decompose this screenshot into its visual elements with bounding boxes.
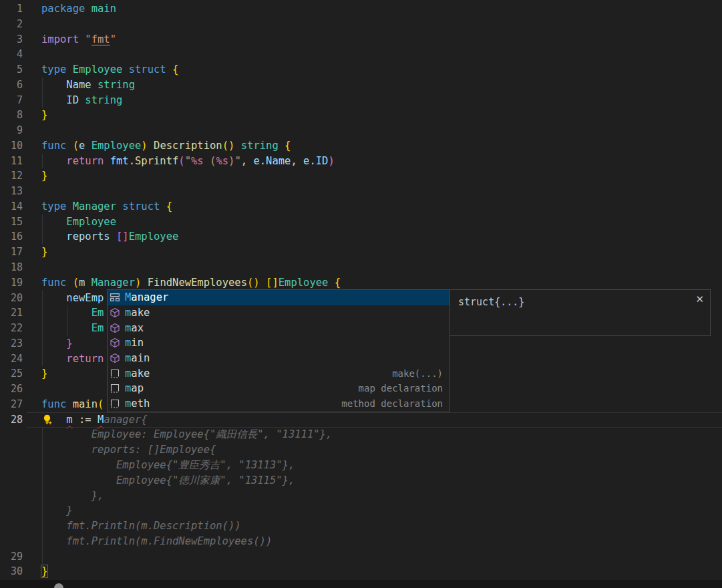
token: }, [41, 490, 104, 502]
suggest-item-Manager[interactable]: Manager [108, 290, 449, 305]
token: () [247, 277, 260, 289]
token: func [41, 398, 66, 410]
token: ( [178, 155, 184, 167]
ghost-line[interactable]: } [0, 503, 722, 519]
suggest-item-map[interactable]: mapmap declaration [108, 381, 449, 396]
token: ( [73, 140, 79, 152]
code-line[interactable]: 9 [0, 123, 722, 138]
suggest-item-make[interactable]: makemake(...) [108, 365, 449, 381]
suggest-item-max[interactable]: max [108, 320, 449, 335]
token: string [98, 79, 135, 91]
line-number[interactable]: 3 [0, 32, 23, 47]
code-line[interactable]: 5type Employee struct { [0, 62, 722, 78]
code-line[interactable]: 8} [0, 108, 722, 123]
ghost-line[interactable]: fmt.Println(m.Description()) [0, 519, 722, 534]
code-line[interactable]: 15 Employee [0, 214, 722, 230]
token [141, 277, 147, 289]
token: , [241, 155, 254, 167]
token: Manager [73, 200, 116, 212]
line-number[interactable]: 23 [0, 336, 23, 351]
code-line[interactable]: 13 [0, 184, 722, 199]
line-number[interactable]: 19 [0, 275, 23, 291]
suggest-item-main[interactable]: main [108, 351, 449, 366]
line-number[interactable]: 20 [0, 291, 23, 306]
code-line[interactable]: 28 m := Manager{ [0, 412, 722, 428]
code-line[interactable]: 7 ID string [0, 93, 722, 108]
line-number[interactable]: 6 [0, 78, 23, 93]
ghost-line[interactable]: fmt.Println(m.FindNewEmployees()) [0, 534, 722, 549]
token [41, 322, 92, 334]
code-line[interactable]: 10func (e Employee) Description() string… [0, 138, 722, 154]
code-line[interactable]: 30} [0, 564, 722, 579]
token: ID [66, 94, 79, 106]
line-number[interactable]: 12 [0, 168, 23, 184]
code-line[interactable]: 12} [0, 168, 722, 184]
line-number[interactable]: 17 [0, 245, 23, 260]
line-number[interactable]: 2 [0, 17, 23, 32]
line-number[interactable]: 18 [0, 260, 23, 275]
ghost-line[interactable]: reports: []Employee{ [0, 442, 722, 458]
code-text: } [41, 108, 47, 123]
suggest-item-make[interactable]: make [108, 305, 449, 321]
taskbar-app-icon[interactable] [54, 583, 63, 588]
code-line[interactable]: 3import "fmt" [0, 32, 722, 47]
line-number[interactable]: 15 [0, 214, 23, 230]
line-number[interactable]: 29 [0, 549, 23, 565]
token: return [66, 353, 104, 365]
token [66, 398, 72, 410]
code-line[interactable]: 4 [0, 47, 722, 62]
code-line[interactable]: 29 [0, 549, 722, 565]
code-line[interactable]: 11 return fmt.Sprintf("%s (%s)", e.Name,… [0, 154, 722, 169]
code-line[interactable]: 6 Name string [0, 78, 722, 93]
code-line[interactable]: 19func (m Manager) FindNewEmployees() []… [0, 275, 722, 291]
line-number[interactable]: 16 [0, 229, 23, 245]
ghost-line[interactable]: Employee{"徳川家康", "13115"}, [0, 473, 722, 488]
line-number[interactable]: 10 [0, 138, 23, 154]
line-number[interactable]: 13 [0, 184, 23, 199]
code-line[interactable]: 16 reports []Employee [0, 229, 722, 245]
ghost-line[interactable]: }, [0, 488, 722, 504]
line-number[interactable]: 11 [0, 154, 23, 169]
line-number[interactable]: 14 [0, 199, 23, 214]
token: package [41, 3, 85, 15]
close-icon[interactable]: ✕ [695, 293, 704, 305]
line-number[interactable]: 25 [0, 366, 23, 382]
token: Name [66, 79, 91, 91]
token: return [66, 155, 104, 167]
line-number[interactable]: 22 [0, 321, 23, 336]
code-line[interactable]: 18 [0, 260, 722, 275]
suggest-docs-panel: struct{...} ✕ [450, 289, 711, 336]
token [41, 155, 66, 167]
code-line[interactable]: 1package main [0, 1, 722, 17]
line-number[interactable]: 5 [0, 62, 23, 78]
suggest-item-label: main [125, 352, 150, 364]
ghost-line[interactable]: Employee: Employee{"織田信長", "13111"}, [0, 427, 722, 442]
token: Description [154, 140, 222, 152]
code-text: type Manager struct { [41, 199, 172, 214]
token: } [41, 565, 47, 577]
line-number[interactable]: 27 [0, 397, 23, 412]
line-number[interactable]: 30 [0, 564, 23, 579]
token: anager{ [104, 414, 147, 426]
code-line[interactable]: 17} [0, 245, 722, 260]
line-number[interactable]: 9 [0, 123, 23, 138]
line-number[interactable]: 24 [0, 351, 23, 367]
line-number[interactable]: 28 [0, 412, 23, 428]
line-number[interactable]: 4 [0, 47, 23, 62]
code-line[interactable]: 2 [0, 17, 722, 32]
line-number[interactable]: 8 [0, 108, 23, 123]
line-number[interactable]: 21 [0, 305, 23, 321]
token: . [129, 155, 135, 167]
line-number[interactable]: 26 [0, 382, 23, 397]
token: newEmp [66, 292, 104, 304]
suggest-item-meth[interactable]: methmethod declaration [108, 396, 449, 412]
line-number[interactable]: 7 [0, 93, 23, 108]
symbol-snippet-icon [110, 383, 120, 394]
code-line[interactable]: 14type Manager struct { [0, 199, 722, 214]
ghost-line[interactable]: Employee{"豊臣秀吉", "13113"}, [0, 458, 722, 473]
token: )" [228, 155, 241, 167]
token [260, 277, 266, 289]
suggest-item-min[interactable]: min [108, 335, 449, 351]
line-number[interactable]: 1 [0, 1, 23, 17]
token [41, 353, 66, 365]
